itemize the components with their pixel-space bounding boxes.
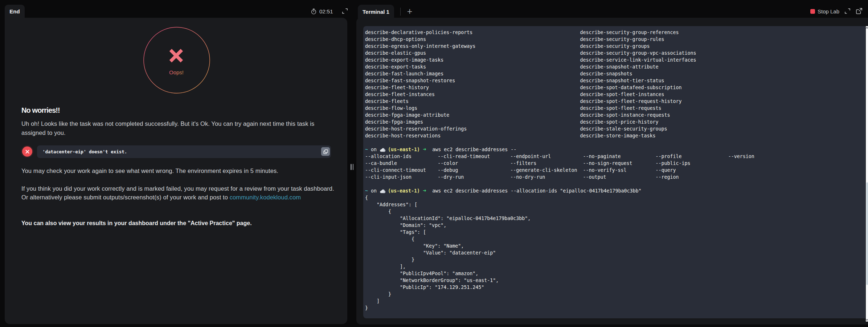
terminal-completion-line: describe-export-tasks describe-snapshot-… xyxy=(365,63,865,70)
terminal-command: aws ec2 describe-addresses --allocation-… xyxy=(429,188,641,194)
terminal-options-line: --allocation-ids --cli-read-timeout --en… xyxy=(365,153,865,160)
tab-end-label: End xyxy=(9,8,20,15)
terminal-completion-line: describe-fpga-image-attribute describe-s… xyxy=(365,112,865,119)
terminal-json-line: "PublicIp": "174.129.251.245" xyxy=(365,284,865,291)
x-mark-icon xyxy=(171,50,182,61)
tab-terminal-label: Terminal 1 xyxy=(363,9,389,15)
terminal-json-line: "Domain": "vpc", xyxy=(365,222,865,229)
terminal-completion-line: describe-fast-snapshot-restores describe… xyxy=(365,77,865,84)
terminal-options-line: --cli-connect-timeout --debug --generate… xyxy=(365,167,865,174)
terminal-scrollbar-thumb[interactable] xyxy=(866,182,868,285)
tab-divider xyxy=(400,8,401,16)
copy-icon xyxy=(323,149,328,154)
prompt-arrow: ➜ xyxy=(423,146,429,153)
scroll-up-icon[interactable] xyxy=(866,26,868,29)
terminal-completion-line: describe-host-reservation-offerings desc… xyxy=(365,125,865,132)
terminal-completion-line: describe-fpga-images describe-spot-price… xyxy=(365,119,865,125)
scroll-down-icon[interactable] xyxy=(866,318,868,321)
task-result-panel: Oops! No worries!! Uh oh! Looks like the… xyxy=(5,18,347,324)
terminal-completion-line: describe-elastic-gpus describe-security-… xyxy=(365,50,865,57)
terminal-json-line: } xyxy=(365,291,865,298)
cloud-icon xyxy=(380,148,386,152)
terminal-options-line: --cli-input-json --dry-run --no-dry-run … xyxy=(365,174,865,181)
terminal-completion-line: describe-fast-launch-images describe-sna… xyxy=(365,70,865,77)
terminal-json-line: } xyxy=(365,256,865,263)
gradient-ring xyxy=(144,27,210,93)
dashboard-note: You can also view your results in your d… xyxy=(21,219,333,228)
terminal-completion-line: describe-egress-only-internet-gateways d… xyxy=(365,43,865,50)
terminal-command: aws ec2 describe-addresses -- xyxy=(429,147,516,152)
oops-label: Oops! xyxy=(169,69,184,75)
stop-icon xyxy=(810,9,815,14)
new-terminal-button[interactable]: + xyxy=(405,5,414,18)
terminal-json-line: { xyxy=(365,194,865,201)
terminal-completion-line: describe-flow-logs describe-spot-fleet-r… xyxy=(365,105,865,112)
cloud-icon xyxy=(380,189,386,193)
terminal-prompt-line: ~ on (us-east-1) ➜ aws ec2 describe-addr… xyxy=(365,146,865,153)
error-message: 'datacenter-eip' doesn't exist. xyxy=(42,149,127,154)
terminal-screen[interactable]: describe-declarative-policies-reports de… xyxy=(363,26,865,318)
terminal-json-line: "AllocationId": "eipalloc-0417b4e179ba0c… xyxy=(365,215,865,222)
prompt-cwd: ~ xyxy=(365,147,368,152)
terminal-prompt-line: ~ on (us-east-1) ➜ aws ec2 describe-addr… xyxy=(365,187,865,194)
terminal-completion-line: describe-fleets describe-spot-fleet-requ… xyxy=(365,98,865,105)
x-icon xyxy=(25,150,29,154)
expand-terminal-icon[interactable] xyxy=(844,8,851,14)
stop-lab-button[interactable]: Stop Lab xyxy=(810,5,839,18)
prompt-cwd: ~ xyxy=(365,188,368,194)
session-timer: 02:51 xyxy=(311,5,333,18)
panel-resize-handle[interactable] xyxy=(350,164,354,170)
stop-lab-label: Stop Lab xyxy=(818,8,839,15)
terminal-json-line: ] xyxy=(365,298,865,305)
prompt-aws-region: (us-east-1) xyxy=(388,188,423,194)
error-badge-icon xyxy=(22,146,32,157)
error-message-box: 'datacenter-eip' doesn't exist. xyxy=(37,145,331,158)
terminal-json-line: "Value": "datacenter-eip" xyxy=(365,249,865,256)
terminal-json-line: "PublicIpv4Pool": "amazon", xyxy=(365,270,865,277)
timer-value: 02:51 xyxy=(319,8,333,15)
expand-left-panel-icon[interactable] xyxy=(342,8,348,14)
terminal-json-line: "NetworkBorderGroup": "us-east-1", xyxy=(365,277,865,284)
terminal-json-line: "Tags": [ xyxy=(365,229,865,236)
prompt-aws-region: (us-east-1) xyxy=(388,147,423,152)
terminal-completion-line: describe-dhcp-options describe-security-… xyxy=(365,36,865,43)
resize-grip-bar xyxy=(353,164,354,170)
terminal-json-line: "Key": "Name", xyxy=(365,243,865,249)
terminal-options-line: --ca-bundle --color --filters --no-sign-… xyxy=(365,160,865,167)
terminal-json-line: "Addresses": [ xyxy=(365,201,865,208)
terminal-json-line: { xyxy=(365,208,865,215)
tab-end[interactable]: End xyxy=(5,5,25,18)
terminal-json-line: { xyxy=(365,236,865,243)
terminal-completion-line: describe-fleet-instances describe-spot-f… xyxy=(365,91,865,98)
terminal-completion-line: describe-declarative-policies-reports de… xyxy=(365,29,865,36)
oops-error-badge: Oops! xyxy=(143,27,210,94)
prompt-arrow: ➜ xyxy=(423,187,429,194)
task-failed-message: Uh oh! Looks like the task was not compl… xyxy=(21,119,333,137)
stopwatch-icon xyxy=(311,8,317,15)
page-title: No worries!! xyxy=(21,105,60,115)
copy-error-button[interactable] xyxy=(321,147,330,156)
terminal-completion-line: describe-export-image-tasks describe-ser… xyxy=(365,57,865,63)
tab-terminal-1[interactable]: Terminal 1 xyxy=(358,5,394,18)
terminal-json-line: } xyxy=(365,305,865,311)
terminal-completion-line: describe-host-reservations describe-stor… xyxy=(365,132,865,139)
open-external-icon[interactable] xyxy=(856,8,863,15)
prompt-on: on xyxy=(368,147,380,152)
community-link[interactable]: community.kodekloud.com xyxy=(230,194,301,200)
review-request-message: If you think you did your work correctly… xyxy=(21,184,341,202)
terminal-scrollbar[interactable] xyxy=(866,26,868,322)
resize-grip-bar xyxy=(351,164,352,170)
prompt-on: on xyxy=(368,188,380,194)
check-work-message: You may check your work again to see wha… xyxy=(21,166,333,175)
terminal-json-line: ], xyxy=(365,263,865,270)
terminal-completion-line: describe-fleet-history describe-spot-dat… xyxy=(365,84,865,91)
